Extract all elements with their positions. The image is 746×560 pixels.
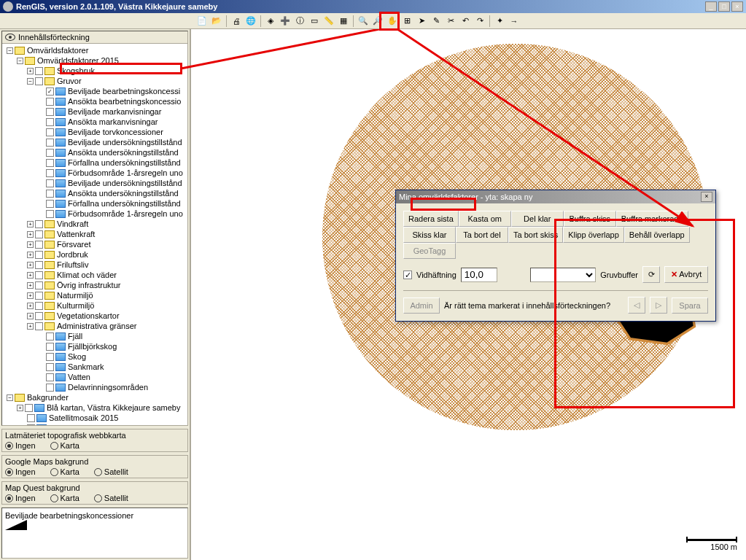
checkbox[interactable]: [35, 230, 43, 238]
expand-icon[interactable]: −: [7, 47, 13, 54]
tree-label[interactable]: Satellitmosaik 2013: [49, 424, 118, 426]
checkbox[interactable]: [27, 414, 35, 422]
expand-icon[interactable]: +: [27, 282, 34, 289]
kasta-button[interactable]: Kasta om: [459, 211, 511, 227]
tabortdel-button[interactable]: Ta bort del: [456, 227, 508, 243]
dialog-titlebar[interactable]: Mina omvärldsfaktorer - yta: skapa ny ×: [396, 190, 715, 203]
radio-ingen[interactable]: [5, 468, 13, 476]
checkbox[interactable]: [35, 322, 43, 330]
tool-new-icon[interactable]: 📄: [195, 15, 209, 28]
tool-globe-icon[interactable]: 🌐: [244, 15, 257, 28]
checkbox[interactable]: [35, 261, 43, 269]
vidhaftning-input[interactable]: [461, 268, 497, 282]
tree-label[interactable]: Beviljade torvkoncessioner: [68, 128, 163, 136]
tool-arrow-icon[interactable]: →: [508, 15, 521, 28]
checkbox[interactable]: [46, 159, 54, 167]
behall-button[interactable]: Behåll överlapp: [624, 227, 690, 243]
maximize-button[interactable]: □: [718, 1, 730, 12]
expand-icon[interactable]: −: [17, 58, 23, 64]
tool-open-icon[interactable]: 📂: [210, 15, 223, 28]
tree-label[interactable]: Kulturmiljö: [57, 301, 94, 310]
checkbox[interactable]: [46, 190, 54, 198]
checkbox[interactable]: [35, 77, 43, 85]
avbryt-button[interactable]: ✕ Avbryt: [664, 266, 708, 283]
tree-label[interactable]: Beviljade bearbetningskoncessi: [68, 87, 180, 96]
tree-label[interactable]: Skogsbruk: [57, 66, 95, 75]
expand-icon[interactable]: +: [27, 241, 34, 248]
tree-label[interactable]: Förbudsområde 1-årsregeln uno: [68, 168, 183, 177]
checkbox[interactable]: [46, 169, 54, 177]
tool-table-icon[interactable]: ▦: [337, 15, 350, 28]
checkbox[interactable]: [46, 118, 54, 126]
tree-label[interactable]: Ansökta bearbetningskoncessio: [68, 97, 181, 106]
tree-label[interactable]: Ansökta markanvisningar: [68, 117, 158, 126]
tree-label[interactable]: Förfallna undersökningstillstånd: [68, 199, 181, 208]
checkbox[interactable]: [46, 200, 54, 208]
radera-button[interactable]: Radera sista: [403, 211, 459, 227]
radio-ingen[interactable]: [5, 494, 13, 502]
tree-label[interactable]: Beviljade undersökningstillstånd: [68, 179, 182, 187]
radio-karta[interactable]: [50, 494, 58, 502]
radio-satellit[interactable]: [94, 468, 102, 476]
tool-cut-icon[interactable]: ✂: [444, 15, 457, 28]
expand-icon[interactable]: +: [27, 303, 34, 309]
checkbox[interactable]: [35, 302, 43, 310]
buffraskiss-button[interactable]: Buffra skiss: [564, 211, 616, 227]
tool-layer-icon[interactable]: ◈: [264, 15, 277, 28]
tool-redo-icon[interactable]: ↷: [473, 15, 486, 28]
checkbox[interactable]: [25, 404, 33, 412]
tree-label[interactable]: Skog: [68, 352, 86, 361]
expand-icon[interactable]: +: [27, 292, 34, 299]
tree-label[interactable]: Vindkraft: [57, 219, 88, 228]
gruvbuffer-button[interactable]: ⟳: [642, 266, 660, 283]
tree-label[interactable]: Förfallna undersökningstillstånd: [68, 158, 181, 167]
tool-measure-icon[interactable]: 📏: [322, 15, 335, 28]
checkbox[interactable]: [46, 149, 54, 157]
tree-label[interactable]: Gruvor: [57, 77, 82, 85]
tree-label[interactable]: Förbudsområde 1-årsregeln uno: [68, 209, 183, 218]
tool-zoomin-icon[interactable]: 🔍: [357, 15, 370, 28]
tool-draw-icon[interactable]: ✎: [430, 15, 443, 28]
tree-label[interactable]: Försvaret: [57, 240, 90, 249]
expand-icon[interactable]: +: [17, 405, 23, 411]
checkbox[interactable]: [35, 281, 43, 289]
tree-label[interactable]: Satellitmosaik 2015: [49, 413, 118, 422]
checkbox[interactable]: [35, 271, 43, 279]
tool-pan-icon[interactable]: ✋: [386, 15, 399, 28]
expand-icon[interactable]: +: [27, 262, 34, 268]
tool-add-icon[interactable]: ➕: [279, 15, 292, 28]
expand-icon[interactable]: +: [27, 221, 34, 228]
tree-label[interactable]: Klimat och väder: [57, 271, 117, 279]
checkbox[interactable]: [46, 210, 54, 218]
admin-button[interactable]: Admin: [403, 298, 440, 314]
checkbox[interactable]: [35, 220, 43, 228]
tree-label[interactable]: Blå kartan, Västra Kikkejaure sameby: [47, 403, 180, 412]
tree-label[interactable]: Vatten: [68, 373, 90, 381]
radio-satellit[interactable]: [94, 494, 102, 502]
checkbox[interactable]: [46, 363, 54, 371]
tool-undo-icon[interactable]: ↶: [459, 15, 472, 28]
checkbox[interactable]: [46, 128, 54, 136]
checkbox[interactable]: [46, 343, 54, 351]
tree-label[interactable]: Fjäll: [68, 332, 82, 341]
tree-label[interactable]: Vattenkraft: [57, 230, 95, 238]
expand-icon[interactable]: +: [27, 313, 34, 319]
checkbox[interactable]: [46, 98, 54, 106]
checkbox[interactable]: [46, 139, 54, 147]
next-button[interactable]: ▷: [650, 297, 667, 314]
checkbox[interactable]: [35, 67, 43, 75]
geotagg-button[interactable]: GeoTagg: [403, 243, 456, 259]
tree-label[interactable]: Fjällbjörkskog: [68, 342, 117, 351]
checkbox[interactable]: [35, 292, 43, 300]
tree-label[interactable]: Omvärldsfaktorer 2015: [37, 56, 119, 65]
tool-extent-icon[interactable]: ⊞: [400, 15, 413, 28]
radio-karta[interactable]: [50, 468, 58, 476]
prev-button[interactable]: ◁: [628, 297, 645, 314]
skissklar-button[interactable]: Skiss klar: [403, 227, 456, 243]
tree-label[interactable]: Övrig infrastruktur: [57, 281, 120, 289]
expand-icon[interactable]: +: [27, 252, 34, 258]
tree-label[interactable]: Beviljade undersökningstillstånd: [68, 138, 182, 147]
vidhaftning-checkbox[interactable]: ✓: [403, 271, 412, 279]
close-button[interactable]: ×: [731, 1, 743, 12]
tree-label[interactable]: Friluftsliv: [57, 260, 88, 269]
